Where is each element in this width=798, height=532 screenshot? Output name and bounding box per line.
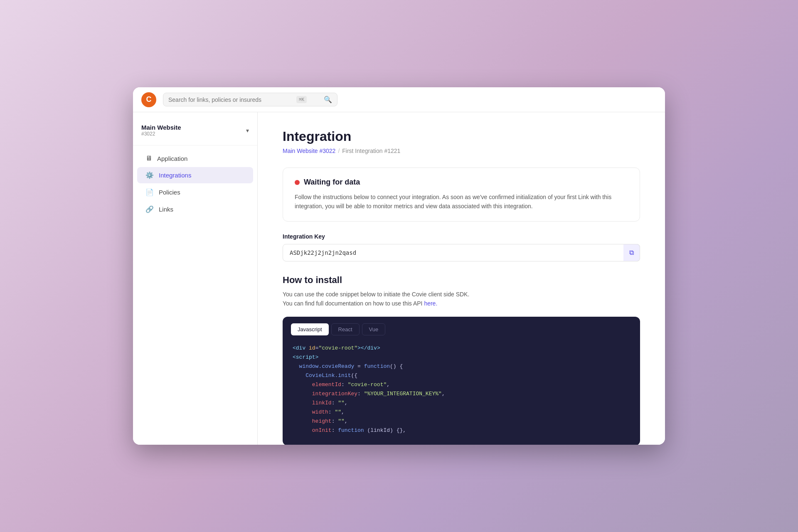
integration-key-input[interactable] [283, 244, 640, 261]
page-title: Integration [283, 129, 640, 144]
breadcrumb-current: First Integration #1221 [342, 148, 400, 154]
install-title: How to install [283, 275, 640, 286]
how-to-install-section: How to install You can use the code snip… [283, 275, 640, 445]
copy-key-button[interactable]: ⧉ [623, 244, 640, 261]
search-kbd: ⌘K [296, 96, 307, 103]
breadcrumb-separator: / [338, 148, 340, 154]
workspace-info: Main Website #3022 [141, 124, 181, 137]
code-line-5: elementId: "covie-root", [293, 380, 630, 389]
breadcrumb-link[interactable]: Main Website #3022 [283, 148, 335, 154]
document-icon: 📄 [145, 188, 154, 196]
sidebar-label-links: Links [159, 206, 173, 213]
code-body: <div id="covie-root"></div> <script> win… [283, 340, 640, 445]
sidebar-item-links[interactable]: 🔗 Links [137, 201, 253, 217]
docs-link[interactable]: here. [424, 300, 437, 307]
logo-icon: C [141, 92, 156, 107]
code-line-8: width: "", [293, 408, 630, 417]
code-container: Javascript React Vue <div id="covie-root… [283, 317, 640, 445]
integration-key-label: Integration Key [283, 233, 640, 240]
sidebar-item-application[interactable]: 🖥 Application [137, 150, 253, 166]
code-line-4: CovieLink.init({ [293, 371, 630, 380]
code-line-3: window.covieReady = function() { [293, 362, 630, 371]
gear-icon: ⚙️ [145, 171, 154, 179]
header: C ⌘K 🔍 [133, 87, 665, 112]
workspace-name: Main Website [141, 124, 181, 131]
workspace-selector[interactable]: Main Website #3022 ▾ [133, 121, 257, 145]
main-content: Integration Main Website #3022 / First I… [258, 112, 665, 445]
tab-react[interactable]: React [331, 323, 360, 335]
code-tabs: Javascript React Vue [283, 317, 640, 340]
status-dot [295, 180, 300, 185]
tab-javascript[interactable]: Javascript [291, 323, 329, 335]
code-line-6: integrationKey: "%YOUR_INTEGRATION_KEY%"… [293, 389, 630, 399]
tab-vue[interactable]: Vue [362, 323, 386, 335]
integration-key-section: Integration Key ⧉ [283, 233, 640, 261]
status-description: Follow the instructions below to connect… [295, 192, 628, 211]
sidebar-label-application: Application [157, 155, 187, 162]
code-line-7: linkId: "", [293, 399, 630, 408]
code-line-9: height: "", [293, 417, 630, 426]
status-title: Waiting for data [304, 178, 360, 187]
link-icon: 🔗 [145, 205, 154, 213]
search-input[interactable] [168, 96, 293, 103]
code-line-2: <script> [293, 353, 630, 362]
breadcrumb: Main Website #3022 / First Integration #… [283, 148, 640, 154]
sidebar-item-policies[interactable]: 📄 Policies [137, 184, 253, 200]
app-window: C ⌘K 🔍 Main Website #3022 ▾ 🖥 Applicatio… [133, 87, 665, 445]
install-description: You can use the code snippet below to in… [283, 290, 640, 308]
code-line-10: onInit: function (linkId) {}, [293, 426, 630, 435]
main-layout: Main Website #3022 ▾ 🖥 Application ⚙️ In… [133, 112, 665, 445]
code-line-1: <div id="covie-root"></div> [293, 344, 630, 353]
sidebar: Main Website #3022 ▾ 🖥 Application ⚙️ In… [133, 112, 258, 445]
sidebar-label-policies: Policies [159, 189, 180, 196]
workspace-id: #3022 [141, 131, 181, 137]
search-icon: 🔍 [324, 96, 332, 103]
chevron-down-icon: ▾ [246, 127, 249, 134]
status-header: Waiting for data [295, 178, 628, 187]
monitor-icon: 🖥 [145, 155, 152, 162]
search-bar[interactable]: ⌘K 🔍 [163, 93, 337, 106]
sidebar-item-integrations[interactable]: ⚙️ Integrations [137, 167, 253, 183]
sidebar-label-integrations: Integrations [159, 172, 191, 179]
status-section: Waiting for data Follow the instructions… [283, 167, 640, 222]
integration-key-wrapper: ⧉ [283, 244, 640, 261]
